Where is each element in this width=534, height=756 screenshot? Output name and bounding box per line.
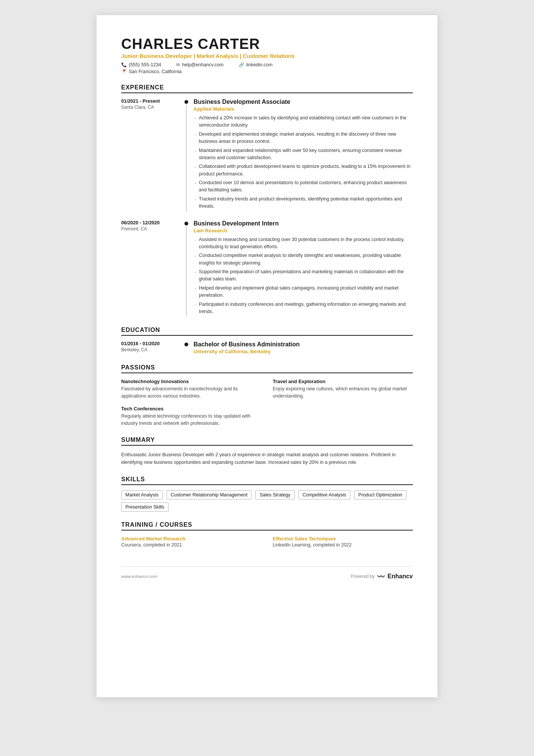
exp-line-1	[186, 105, 187, 212]
passions-section: PASSIONS Nanotechnology Innovations Fasc…	[121, 364, 413, 427]
passion-desc-3: Regularly attend technology conferences …	[121, 413, 261, 427]
location-icon: 📍	[121, 69, 127, 74]
enhancv-brand: Enhancv	[387, 573, 413, 580]
skills-section: SKILLS Market Analysis Customer Relation…	[121, 476, 413, 512]
list-item: Tracked industry trends and product deve…	[194, 196, 413, 210]
skill-tag-2: Customer Relationship Management	[167, 490, 252, 499]
email-contact: ✉ help@enhancv.com	[176, 62, 223, 67]
experience-title: EXPERIENCE	[121, 84, 413, 93]
training-title: TRAINING / COURSES	[121, 521, 413, 531]
list-item: Maintained and expanded relationships wi…	[194, 147, 413, 162]
exp-center-2	[184, 220, 188, 317]
list-item: Developed and implemented strategic mark…	[194, 131, 413, 146]
passion-item-1: Nanotechnology Innovations Fascinated by…	[121, 379, 261, 400]
exp-company-2: Lam Research	[194, 228, 413, 233]
edu-center-1	[184, 341, 188, 354]
linkedin-contact: 🔗 linkedin.com	[239, 62, 272, 67]
summary-text: Enthusiastic Junior Business Developer w…	[121, 451, 413, 466]
training-detail-2: LinkedIn Learning, completed in 2022	[273, 542, 413, 548]
skill-tag-4: Competitive Analysis	[298, 490, 350, 499]
passion-desc-1: Fascinated by advancements in nanotechno…	[121, 385, 261, 400]
training-name-2: Effective Sales Techniques	[273, 536, 413, 542]
exp-left-2: 06/2020 - 12/2020 Fremont, CA	[121, 220, 184, 317]
list-item: Achieved a 20% increase in sales by iden…	[194, 114, 413, 129]
edu-right-1: Bachelor of Business Administration Univ…	[194, 341, 413, 354]
edu-dot-1	[184, 343, 188, 346]
candidate-name: CHARLES CARTER	[121, 36, 413, 52]
passion-item-2: Travel and Exploration Enjoy exploring n…	[273, 379, 413, 400]
footer: www.enhancv.com Powered by 〰️ Enhancv	[121, 567, 413, 581]
skill-tag-6: Presentation Skills	[121, 502, 169, 512]
passions-title: PASSIONS	[121, 364, 413, 373]
exp-date-1: 01/2021 - Present	[121, 99, 180, 104]
exp-location-2: Fremont, CA	[121, 226, 180, 232]
exp-line-2	[186, 227, 187, 317]
header: CHARLES CARTER Junior Business Developer…	[121, 36, 413, 74]
education-section: EDUCATION 01/2016 - 01/2020 Berkeley, CA…	[121, 327, 413, 354]
exp-dot-2	[184, 222, 188, 225]
exp-job-title-1: Business Development Associate	[194, 99, 413, 105]
skills-container: Market Analysis Customer Relationship Ma…	[121, 490, 413, 512]
phone-icon: 📞	[121, 62, 127, 67]
email-icon: ✉	[176, 62, 180, 67]
phone-contact: 📞 (555) 555-1234	[121, 62, 161, 67]
phone-value: (555) 555-1234	[129, 62, 161, 67]
training-name-1: Advanced Market Research	[121, 536, 261, 542]
list-item: Helped develop and implement global sale…	[194, 285, 413, 299]
footer-url: www.enhancv.com	[121, 574, 157, 579]
training-detail-1: Coursera, completed in 2021	[121, 542, 261, 548]
experience-section: EXPERIENCE 01/2021 - Present Santa Clara…	[121, 84, 413, 317]
skill-tag-3: Sales Strategy	[255, 490, 294, 499]
location-value: San Francisco, California	[129, 69, 182, 74]
linkedin-value: linkedin.com	[246, 62, 272, 67]
exp-job-title-2: Business Development Intern	[194, 220, 413, 227]
header-contacts: 📞 (555) 555-1234 ✉ help@enhancv.com 🔗 li…	[121, 62, 413, 67]
edu-left-1: 01/2016 - 01/2020 Berkeley, CA	[121, 341, 184, 354]
edu-degree-1: Bachelor of Business Administration	[194, 341, 413, 348]
list-item: Conducted competitive market analysis to…	[194, 252, 413, 267]
footer-powered: Powered by 〰️ Enhancv	[351, 572, 413, 581]
exp-location-1: Santa Clara, CA	[121, 105, 180, 110]
list-item: Assisted in researching and contacting o…	[194, 236, 413, 251]
passion-title-1: Nanotechnology Innovations	[121, 379, 261, 384]
summary-title: SUMMARY	[121, 437, 413, 446]
skill-tag-5: Product Optimization	[354, 490, 406, 499]
exp-company-1: Applied Materials	[194, 106, 413, 112]
summary-section: SUMMARY Enthusiastic Junior Business Dev…	[121, 437, 413, 466]
training-item-2: Effective Sales Techniques LinkedIn Lear…	[273, 536, 413, 548]
edu-location-1: Berkeley, CA	[121, 347, 180, 352]
candidate-title: Junior Business Developer | Market Analy…	[121, 53, 413, 59]
exp-right-2: Business Development Intern Lam Research…	[194, 220, 413, 317]
exp-bullets-1: Achieved a 20% increase in sales by iden…	[194, 114, 413, 210]
exp-item-1: 01/2021 - Present Santa Clara, CA Busine…	[121, 99, 413, 212]
exp-center-1	[184, 99, 188, 212]
exp-date-2: 06/2020 - 12/2020	[121, 220, 180, 225]
email-value: help@enhancv.com	[182, 62, 223, 67]
training-grid: Advanced Market Research Coursera, compl…	[121, 536, 413, 548]
training-section: TRAINING / COURSES Advanced Market Resea…	[121, 521, 413, 548]
list-item: Collaborated with product development te…	[194, 163, 413, 178]
list-item: Participated in industry conferences and…	[194, 301, 413, 316]
exp-item-2: 06/2020 - 12/2020 Fremont, CA Business D…	[121, 220, 413, 317]
passions-grid: Nanotechnology Innovations Fascinated by…	[121, 379, 413, 427]
passion-title-3: Tech Conferences	[121, 406, 261, 412]
powered-by-label: Powered by	[351, 574, 375, 579]
edu-school-1: University of California, Berkeley	[194, 349, 413, 354]
exp-dot-1	[184, 100, 188, 104]
enhancv-logo-icon: 〰️	[377, 572, 385, 581]
exp-right-1: Business Development Associate Applied M…	[194, 99, 413, 212]
resume-page: CHARLES CARTER Junior Business Developer…	[97, 15, 437, 697]
edu-item-1: 01/2016 - 01/2020 Berkeley, CA Bachelor …	[121, 341, 413, 354]
passion-title-2: Travel and Exploration	[273, 379, 413, 384]
training-item-1: Advanced Market Research Coursera, compl…	[121, 536, 261, 548]
list-item: Supported the preparation of sales prese…	[194, 268, 413, 283]
exp-left-1: 01/2021 - Present Santa Clara, CA	[121, 99, 184, 212]
exp-bullets-2: Assisted in researching and contacting o…	[194, 236, 413, 316]
location-contact: 📍 San Francisco, California	[121, 69, 413, 74]
skill-tag-1: Market Analysis	[121, 490, 163, 499]
education-title: EDUCATION	[121, 327, 413, 336]
skills-title: SKILLS	[121, 476, 413, 485]
linkedin-icon: 🔗	[239, 62, 244, 67]
passion-item-3: Tech Conferences Regularly attend techno…	[121, 406, 261, 427]
passion-desc-2: Enjoy exploring new cultures, which enha…	[273, 385, 413, 400]
